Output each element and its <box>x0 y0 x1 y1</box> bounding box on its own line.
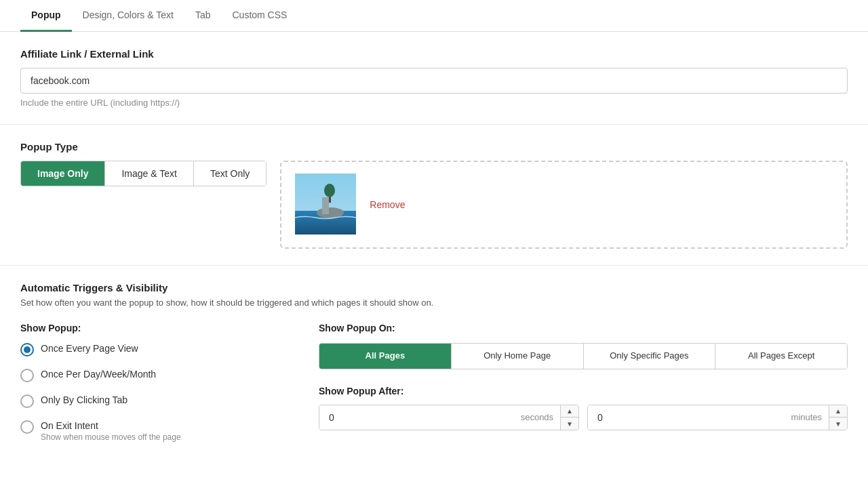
seconds-input[interactable] <box>319 405 514 430</box>
radio-label-by-clicking-tab: Only By Clicking Tab <box>41 394 127 405</box>
remove-image-button[interactable]: Remove <box>370 199 405 210</box>
tab-design[interactable]: Design, Colors & Text <box>72 0 184 32</box>
tab-css[interactable]: Custom CSS <box>221 0 298 32</box>
minutes-down-arrow[interactable]: ▼ <box>829 418 847 430</box>
minutes-spinner-arrows: ▲ ▼ <box>829 405 847 430</box>
popup-type-label: Popup Type <box>20 141 848 152</box>
radio-label-every-page-view: Once Every Page View <box>41 343 138 354</box>
radio-per-day-week-month[interactable]: Once Per Day/Week/Month <box>20 369 292 382</box>
triggers-section: Automatic Triggers & Visibility Set how … <box>0 266 868 474</box>
radio-label-exit-intent: On Exit Intent Show when mouse moves off… <box>41 420 181 442</box>
popup-type-left: Image Only Image & Text Text Only <box>20 161 267 186</box>
show-popup-column: Show Popup: Once Every Page View Once Pe… <box>20 323 292 454</box>
popup-image-preview <box>295 174 356 235</box>
image-upload-area[interactable]: Remove <box>280 161 848 249</box>
triggers-columns: Show Popup: Once Every Page View Once Pe… <box>20 323 848 454</box>
svg-rect-3 <box>322 197 329 214</box>
show-popup-on-column: Show Popup On: All Pages Only Home Page … <box>319 323 848 454</box>
triggers-desc: Set how often you want the popup to show… <box>20 298 848 308</box>
seconds-up-arrow[interactable]: ▲ <box>561 405 578 418</box>
radio-circle-exit-intent <box>20 420 34 434</box>
radio-by-clicking-tab[interactable]: Only By Clicking Tab <box>20 394 292 408</box>
seconds-input-wrap: seconds ▲ ▼ <box>319 405 579 430</box>
btn-all-except[interactable]: All Pages Except <box>715 344 847 369</box>
after-inputs: seconds ▲ ▼ minutes ▲ ▼ <box>319 405 848 430</box>
radio-every-page-view[interactable]: Once Every Page View <box>20 343 292 357</box>
tabs-bar: Popup Design, Colors & Text Tab Custom C… <box>0 0 868 32</box>
popup-type-row: Image Only Image & Text Text Only <box>20 161 848 249</box>
seconds-unit: seconds <box>514 405 560 430</box>
radio-circle-per-day-week-month <box>20 369 34 382</box>
btn-image-text[interactable]: Image & Text <box>105 161 193 186</box>
minutes-input-wrap: minutes ▲ ▼ <box>587 405 848 430</box>
radio-exit-intent[interactable]: On Exit Intent Show when mouse moves off… <box>20 420 292 442</box>
svg-point-5 <box>324 184 335 197</box>
tab-tab[interactable]: Tab <box>184 0 222 32</box>
show-on-btn-group: All Pages Only Home Page Only Specific P… <box>319 343 848 369</box>
affiliate-hint: Include the entire URL (including https:… <box>20 98 848 108</box>
radio-label-per-day-week-month: Once Per Day/Week/Month <box>41 369 156 380</box>
show-after-label: Show Popup After: <box>319 386 848 396</box>
minutes-unit: minutes <box>785 405 829 430</box>
seconds-down-arrow[interactable]: ▼ <box>561 418 578 430</box>
image-preview-container <box>295 174 356 237</box>
btn-only-specific[interactable]: Only Specific Pages <box>584 344 716 369</box>
minutes-input[interactable] <box>588 405 785 430</box>
show-popup-on-label: Show Popup On: <box>319 323 848 333</box>
radio-circle-by-clicking-tab <box>20 394 34 408</box>
btn-only-home[interactable]: Only Home Page <box>452 344 584 369</box>
btn-image-only[interactable]: Image Only <box>21 161 105 186</box>
show-popup-label: Show Popup: <box>20 323 292 333</box>
affiliate-label: Affiliate Link / External Link <box>20 48 848 60</box>
radio-circle-every-page-view <box>20 343 34 357</box>
tab-popup[interactable]: Popup <box>20 0 72 32</box>
triggers-title: Automatic Triggers & Visibility <box>20 282 848 293</box>
affiliate-input[interactable] <box>20 68 848 94</box>
popup-type-btn-group: Image Only Image & Text Text Only <box>20 161 267 186</box>
minutes-up-arrow[interactable]: ▲ <box>829 405 847 418</box>
seconds-spinner-arrows: ▲ ▼ <box>560 405 578 430</box>
popup-type-section: Popup Type Image Only Image & Text Text … <box>0 125 868 266</box>
affiliate-section: Affiliate Link / External Link Include t… <box>0 32 868 125</box>
btn-text-only[interactable]: Text Only <box>194 161 266 186</box>
btn-all-pages[interactable]: All Pages <box>319 344 452 369</box>
